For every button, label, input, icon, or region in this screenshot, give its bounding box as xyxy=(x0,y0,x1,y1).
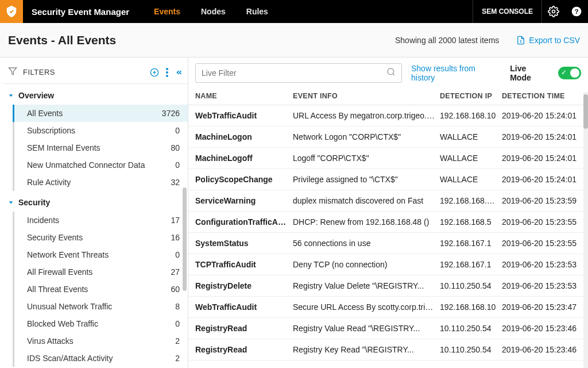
table-row[interactable]: RegistryDeleteRegistry Value Delete "\RE… xyxy=(188,275,588,297)
table-row[interactable]: SystemStatus56 connections in use192.168… xyxy=(188,233,588,254)
search-icon[interactable] xyxy=(386,67,396,79)
cell-info: Registry Value Read "\REGISTRY... xyxy=(293,324,440,333)
cell-ip: 192.168.168.10 xyxy=(440,111,502,120)
section-security[interactable]: Security xyxy=(6,191,188,212)
col-name[interactable]: NAME xyxy=(195,92,293,100)
sem-console-button[interactable]: SEM CONSOLE xyxy=(473,0,542,23)
sidebar-item[interactable]: Blocked Web Traffic0 xyxy=(13,315,188,332)
sidebar-item[interactable]: Virus Attacks2 xyxy=(13,332,188,350)
page-title: Events - All Events xyxy=(8,33,116,47)
export-csv-button[interactable]: Export to CSV xyxy=(516,36,580,45)
cell-time: 2019-06-20 15:23:55 xyxy=(502,217,581,227)
sidebar-item-count: 16 xyxy=(171,233,180,242)
col-info[interactable]: EVENT INFO xyxy=(293,92,440,100)
sidebar-item[interactable]: SEM Internal Events80 xyxy=(13,139,188,156)
add-filter-icon[interactable] xyxy=(150,68,159,77)
cell-time: 2019-06-20 15:24:01 xyxy=(502,175,581,184)
help-icon[interactable]: ? xyxy=(565,0,588,23)
cell-time: 2019-06-20 15:23:53 xyxy=(502,260,581,269)
cell-ip: 192.168.168.5 xyxy=(440,217,502,227)
subheader: Events - All Events Showing all 2000 lat… xyxy=(0,23,588,57)
sidebar-item-count: 2 xyxy=(175,354,180,363)
cell-info: Deny TCP (no connection) xyxy=(293,260,440,269)
topbar: Security Event Manager Events Nodes Rule… xyxy=(0,0,588,23)
sidebar-item[interactable]: IDS Scan/Attack Activity2 xyxy=(13,350,188,367)
svg-point-0 xyxy=(552,10,555,13)
svg-point-7 xyxy=(166,68,168,70)
sidebar-item[interactable]: Network Event Threats0 xyxy=(13,246,188,263)
table-row[interactable]: WebTrafficAuditSecure URL Access By scot… xyxy=(188,297,588,318)
collapse-sidebar-icon[interactable] xyxy=(175,68,183,76)
sidebar-item-label: Unusual Network Traffic xyxy=(27,302,175,311)
nav-events[interactable]: Events xyxy=(144,0,191,23)
col-time[interactable]: DETECTION TIME xyxy=(502,92,581,100)
table-row[interactable]: ConfigurationTrafficAuditDHCP: Renew fro… xyxy=(188,212,588,233)
show-history-link[interactable]: Show results from history xyxy=(411,64,501,82)
sidebar-item-label: New Unmatched Connector Data xyxy=(27,160,175,170)
sidebar-item-label: All Threat Events xyxy=(27,285,171,294)
sidebar-item-count: 32 xyxy=(171,178,180,187)
table-row[interactable]: MachineLogonNetwork Logon "CORP\CTX$"WAL… xyxy=(188,126,588,148)
cell-name: ConfigurationTrafficAudit xyxy=(195,217,293,227)
cell-ip: WALLACE xyxy=(440,154,502,163)
content-scrollbar[interactable] xyxy=(583,94,588,129)
cell-info: Privilege assigned to "\CTX$" xyxy=(293,175,440,184)
cell-ip: WALLACE xyxy=(440,175,502,184)
sidebar-item-count: 60 xyxy=(171,285,180,294)
cell-ip: 10.110.250.54 xyxy=(440,281,502,290)
sidebar-item[interactable]: Rule Activity32 xyxy=(13,174,188,191)
cell-ip: WALLACE xyxy=(440,132,502,141)
nav-rules[interactable]: Rules xyxy=(236,0,278,23)
sidebar-item-count: 0 xyxy=(175,126,180,135)
cell-ip: 192.168.167.1 xyxy=(440,239,502,248)
table-row[interactable]: MachineLogoffLogoff "CORP\CTX$"WALLACE20… xyxy=(188,148,588,169)
cell-ip: 10.110.250.54 xyxy=(440,324,502,333)
filters-label: FILTERS xyxy=(23,68,55,76)
live-mode-toggle[interactable]: ✓ xyxy=(558,67,581,79)
live-filter-input[interactable] xyxy=(195,63,402,83)
table-row[interactable]: ServiceWarningduplex mismatch discovered… xyxy=(188,190,588,212)
cell-time: 2019-06-20 15:23:59 xyxy=(502,196,581,205)
sidebar-item-label: IDS Scan/Attack Activity xyxy=(27,354,175,363)
table-row[interactable]: TCPTrafficAuditDeny TCP (no connection)1… xyxy=(188,254,588,275)
cell-name: RegistryRead xyxy=(195,324,293,333)
showing-count: Showing all 2000 latest items xyxy=(395,36,499,45)
cell-time: 2019-06-20 15:24:01 xyxy=(502,132,581,141)
nav-nodes[interactable]: Nodes xyxy=(191,0,236,23)
sidebar-scrollbar[interactable] xyxy=(183,187,187,291)
cell-name: MachineLogoff xyxy=(195,154,293,163)
cell-name: PolicyScopeChange xyxy=(195,175,293,184)
sidebar-item[interactable]: Incidents17 xyxy=(13,212,188,229)
sidebar-item[interactable]: All Firewall Events27 xyxy=(13,263,188,281)
sidebar-item[interactable]: All Events3726 xyxy=(13,105,188,122)
section-overview[interactable]: Overview xyxy=(6,84,188,105)
sidebar-item-label: All Events xyxy=(27,109,162,118)
settings-icon[interactable] xyxy=(542,0,565,23)
live-filter-field[interactable] xyxy=(202,68,386,78)
sidebar-item[interactable]: Security Events16 xyxy=(13,229,188,246)
sidebar-item-label: Network Event Threats xyxy=(27,250,175,259)
table-row[interactable]: WebTrafficAuditURL Access By megatron.co… xyxy=(188,105,588,126)
cell-time: 2019-06-20 15:23:53 xyxy=(502,281,581,290)
cell-time: 2019-06-20 15:23:55 xyxy=(502,239,581,248)
cell-info: DHCP: Renew from 192.168.168.48 () xyxy=(293,217,440,227)
sidebar-item[interactable]: New Unmatched Connector Data0 xyxy=(13,156,188,174)
sidebar-item[interactable]: Subscriptions0 xyxy=(13,122,188,139)
sidebar-item-label: All Firewall Events xyxy=(27,267,171,277)
cell-ip: 10.110.250.54 xyxy=(440,345,502,354)
table-row[interactable]: RegistryReadRegistry Value Read "\REGIST… xyxy=(188,318,588,339)
cell-time: 2019-06-20 15:24:01 xyxy=(502,154,581,163)
table-row[interactable]: PolicyScopeChangePrivilege assigned to "… xyxy=(188,169,588,190)
sidebar-item[interactable]: Unusual Network Traffic8 xyxy=(13,298,188,315)
cell-time: 2019-06-20 15:24:01 xyxy=(502,111,581,120)
sidebar-item-label: Incidents xyxy=(27,216,171,225)
events-content: Show results from history Live Mode ✓ NA… xyxy=(188,57,588,368)
svg-point-8 xyxy=(166,71,168,74)
table-row[interactable]: RegistryReadRegistry Key Read "\REGISTRY… xyxy=(188,339,588,361)
cell-name: WebTrafficAudit xyxy=(195,302,293,312)
sidebar-item[interactable]: All Threat Events60 xyxy=(13,281,188,298)
svg-point-9 xyxy=(166,75,168,77)
col-ip[interactable]: DETECTION IP xyxy=(440,92,502,100)
cell-info: Registry Key Read "\REGISTRY... xyxy=(293,345,440,354)
more-options-icon[interactable] xyxy=(166,68,168,77)
